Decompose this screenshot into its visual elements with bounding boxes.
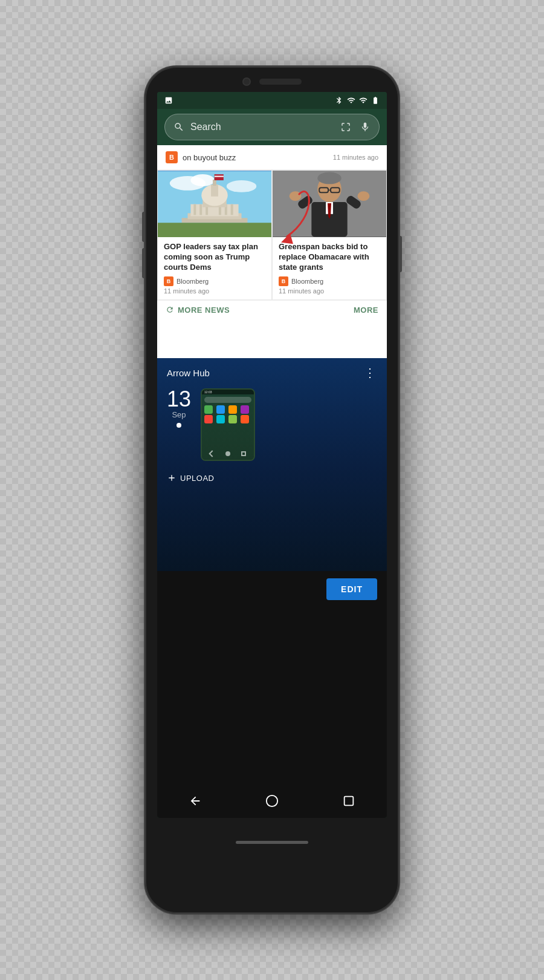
news-card-right[interactable]: Greenspan backs bid to replace Obamacare… (272, 170, 387, 300)
date-number: 13 (167, 388, 191, 410)
bloomberg-badge-top: B (166, 151, 178, 163)
recent-apps-button[interactable] (340, 792, 357, 809)
status-right (335, 96, 380, 105)
bluetooth-icon (335, 96, 343, 105)
svg-rect-19 (215, 176, 224, 177)
thumb-app-8 (241, 415, 249, 423)
news-time-left: 11 minutes ago (164, 287, 265, 295)
arrow-hub-section: Arrow Hub ⋮ 13 Sep 12:03 (157, 358, 387, 571)
bloomberg-badge-left: B (164, 276, 173, 286)
news-grid: GOP leaders say tax plan coming soon as … (157, 170, 387, 300)
phone-thumbnail[interactable]: 12:03 (201, 388, 255, 461)
bloomberg-badge-right: B (279, 276, 288, 286)
phone-bottom-bar (145, 818, 399, 866)
photo-icon (164, 96, 173, 105)
speaker-grill (259, 79, 302, 85)
wifi-icon (347, 96, 355, 105)
phone-screen: Search B on buyo (157, 92, 387, 818)
svg-rect-15 (211, 185, 218, 197)
thumb-home (225, 451, 230, 456)
search-bar[interactable]: Search (164, 114, 380, 140)
search-right-icons (340, 122, 371, 132)
status-left (164, 96, 173, 105)
more-news-button[interactable]: MORE NEWS (166, 305, 230, 315)
svg-point-31 (290, 191, 302, 201)
thumb-app-2 (216, 405, 225, 414)
greenspan-scene (273, 171, 386, 237)
arrow-hub-header: Arrow Hub ⋮ (157, 358, 387, 384)
svg-point-23 (317, 172, 342, 185)
thumb-app-3 (228, 405, 237, 414)
svg-point-33 (358, 191, 370, 201)
more-button[interactable]: MORE (354, 305, 378, 315)
front-camera (242, 77, 251, 86)
svg-rect-12 (231, 204, 233, 215)
news-card-content-left: GOP leaders say tax plan coming soon as … (158, 237, 271, 299)
upload-button[interactable]: UPLOAD (157, 466, 387, 488)
scan-icon[interactable] (340, 122, 351, 132)
microphone-icon[interactable] (360, 122, 371, 132)
search-icon (173, 122, 184, 132)
news-time-right: 11 minutes ago (279, 287, 380, 295)
top-news-partial[interactable]: B on buyout buzz 11 minutes ago (157, 145, 387, 170)
battery-icon (371, 96, 380, 105)
source-name-left: Bloomberg (176, 278, 209, 285)
thumb-screen (202, 394, 254, 460)
home-circle-icon (265, 794, 279, 808)
svg-rect-7 (193, 204, 196, 215)
news-card-source-left: B Bloomberg (164, 276, 265, 286)
news-card-title-right: Greenspan backs bid to replace Obamacare… (279, 242, 380, 273)
thumb-app-6 (216, 415, 225, 423)
thumb-status-bar: 12:03 (202, 390, 254, 394)
thumb-app-1 (204, 405, 213, 414)
news-content: B on buyout buzz 11 minutes ago (157, 145, 387, 358)
date-month: Sep (172, 410, 186, 419)
svg-point-3 (227, 180, 256, 192)
recent-square-icon (342, 794, 355, 808)
volume-down-button[interactable] (142, 248, 145, 278)
thumb-app-7 (228, 415, 237, 423)
volume-up-button[interactable] (142, 212, 145, 242)
weather-indicator (176, 423, 181, 428)
arrow-hub-title: Arrow Hub (167, 368, 210, 378)
hub-content: 13 Sep 12:03 (157, 384, 387, 466)
plus-icon (167, 473, 176, 483)
thumb-nav-bar (204, 450, 251, 457)
news-card-content-right: Greenspan backs bid to replace Obamacare… (273, 237, 386, 299)
thumb-recent (241, 451, 246, 456)
edit-button[interactable]: EDIT (326, 578, 377, 600)
news-card-left[interactable]: GOP leaders say tax plan coming soon as … (157, 170, 272, 300)
person-figure-svg (273, 171, 386, 237)
status-bar (157, 92, 387, 109)
top-news-title-partial: on buyout buzz (183, 153, 328, 162)
back-arrow-icon (189, 794, 202, 808)
date-weather-widget: 13 Sep (167, 388, 191, 428)
news-image-right (273, 171, 386, 237)
thumb-app-5 (204, 415, 213, 423)
news-image-left (158, 171, 271, 237)
news-card-title-left: GOP leaders say tax plan coming soon as … (164, 242, 265, 273)
svg-rect-18 (215, 174, 224, 180)
svg-rect-20 (158, 223, 271, 237)
home-button[interactable] (264, 792, 280, 809)
svg-point-35 (267, 795, 277, 806)
home-indicator (236, 841, 308, 844)
svg-rect-36 (344, 797, 353, 806)
svg-rect-16 (213, 180, 216, 186)
source-name-right: Bloomberg (291, 278, 323, 285)
thumb-search-bar (204, 397, 251, 403)
thumb-app-grid (204, 405, 251, 423)
news-footer: MORE NEWS MORE (157, 300, 387, 319)
search-bar-area: Search (157, 109, 387, 145)
top-news-time: 11 minutes ago (333, 154, 378, 161)
bottom-area: EDIT (157, 571, 387, 784)
capitol-building (158, 171, 271, 237)
refresh-icon (166, 305, 174, 314)
search-placeholder: Search (190, 122, 334, 132)
thumb-back (209, 450, 215, 457)
signal-icon (359, 96, 368, 105)
overflow-menu-button[interactable]: ⋮ (364, 367, 377, 379)
back-button[interactable] (187, 792, 204, 809)
thumb-app-4 (241, 405, 249, 414)
navigation-bar (157, 784, 387, 818)
